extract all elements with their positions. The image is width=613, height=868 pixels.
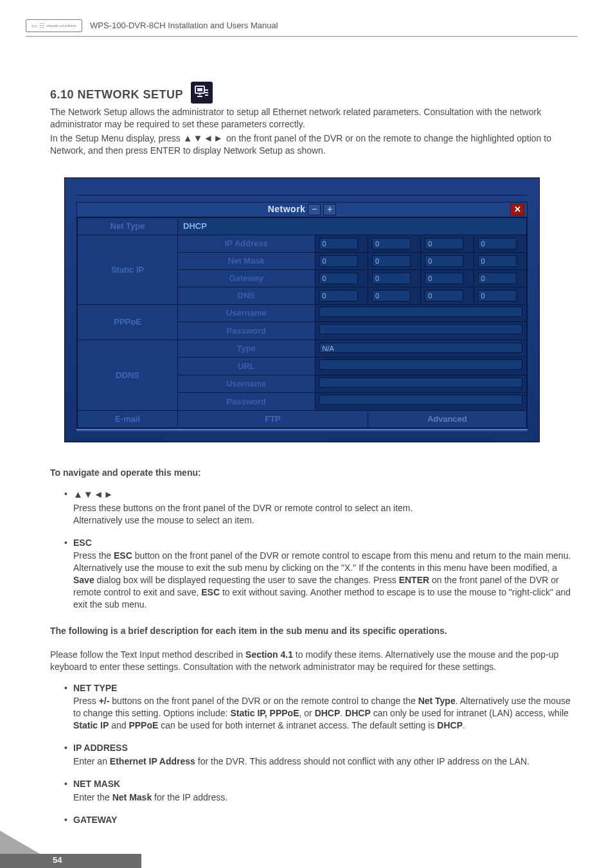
intro-p2: In the Setup Menu display, press ▲▼◄► on… — [50, 132, 578, 157]
brief-heading: The following is a brief description for… — [50, 625, 578, 637]
dns-octet-2[interactable]: 0 — [372, 290, 411, 302]
bullet-net-mask: NET MASK Enter the Net Mask for the IP a… — [64, 778, 578, 804]
ddns-url-label: URL — [178, 357, 315, 375]
dns-octet-4[interactable]: 0 — [478, 290, 517, 302]
pppoe-password-field[interactable] — [319, 324, 522, 334]
net-type-label: Net Type — [78, 217, 178, 235]
esc-title: ESC — [73, 538, 92, 548]
gateway-title: GATEWAY — [73, 815, 117, 825]
close-icon[interactable]: ✕ — [510, 204, 524, 215]
page-number: 54 — [53, 854, 62, 866]
advanced-button[interactable]: Advanced — [368, 410, 526, 428]
window-title: Network — [268, 203, 306, 215]
ftp-button[interactable]: FTP — [178, 410, 368, 428]
arrow-icons: ▲▼◄► — [183, 132, 224, 143]
window-titlebar: Network − + ✕ — [77, 203, 527, 217]
svg-rect-1 — [197, 88, 202, 91]
net-mask-desc: Enter the Net Mask for the IP address. — [73, 791, 578, 804]
bullet-esc: ESC Press the ESC button on the front pa… — [64, 537, 578, 611]
page-header: ▭☷wirepath surveillance WPS-100-DVR-8CH … — [26, 19, 578, 32]
ip-address-label: IP Address — [178, 235, 315, 252]
ddns-type-field[interactable]: N/A — [319, 343, 522, 353]
pppoe-username-field[interactable] — [319, 307, 522, 317]
brand-logo: ▭☷wirepath surveillance — [26, 19, 82, 32]
net-mask-octet-3[interactable]: 0 — [425, 255, 463, 267]
ip-address-octet-1[interactable]: 0 — [319, 238, 358, 249]
net-mask-octet-1[interactable]: 0 — [319, 255, 358, 267]
ip-address-title: IP ADDRESS — [73, 743, 128, 753]
ip-address-octet-3[interactable]: 0 — [425, 238, 463, 249]
bullet-arrows: ▲▼◄► Press these buttons on the front pa… — [64, 488, 578, 527]
ddns-password-label: Password — [178, 393, 315, 411]
gateway-octet-4[interactable]: 0 — [478, 273, 517, 284]
pppoe-label: PPPoE — [78, 304, 178, 339]
ddns-username-field[interactable] — [319, 377, 522, 388]
brief-intro: Please follow the Text Input method desc… — [50, 649, 578, 673]
ddns-password-field[interactable] — [319, 395, 522, 405]
arrow-desc-1: Press these buttons on the front panel o… — [73, 502, 578, 514]
ip-address-octet-2[interactable]: 0 — [372, 238, 411, 249]
header-divider — [26, 36, 578, 37]
intro-p1: The Network Setup allows the administrat… — [50, 106, 578, 131]
bullet-net-type: NET TYPE Press +/- buttons on the front … — [64, 682, 578, 732]
ddns-label: DDNS — [78, 340, 178, 411]
net-type-desc: Press +/- buttons on the front panel of … — [73, 695, 578, 732]
ddns-url-field[interactable] — [319, 359, 522, 370]
pppoe-username-label: Username — [178, 304, 315, 322]
intro-paragraphs: The Network Setup allows the administrat… — [50, 106, 578, 157]
bullet-gateway: GATEWAY — [64, 814, 578, 826]
window-plus-button[interactable]: + — [323, 204, 336, 215]
net-type-title: NET TYPE — [73, 683, 117, 693]
net-mask-octet-4[interactable]: 0 — [478, 255, 517, 267]
net-mask-title: NET MASK — [73, 779, 120, 789]
network-window: Network − + ✕ Net Type DHCP Static IP IP… — [76, 202, 528, 429]
network-setup-screenshot: Network − + ✕ Net Type DHCP Static IP IP… — [64, 177, 540, 442]
ip-address-desc: Enter an Ethernet IP Address for the DVR… — [73, 755, 578, 768]
gateway-label: Gateway — [178, 269, 315, 287]
dns-octet-1[interactable]: 0 — [319, 290, 358, 302]
window-minus-button[interactable]: − — [308, 204, 321, 215]
bullet-ip-address: IP ADDRESS Enter an Ethernet IP Address … — [64, 742, 578, 768]
dns-octet-3[interactable]: 0 — [425, 290, 463, 302]
navigate-heading: To navigate and operate this menu: — [50, 467, 578, 479]
net-type-value[interactable]: DHCP — [178, 217, 527, 235]
network-setup-icon — [191, 82, 213, 104]
esc-desc: Press the ESC button on the front panel … — [73, 550, 578, 610]
gateway-octet-1[interactable]: 0 — [319, 273, 358, 284]
arrow-desc-2: Alternatively use the mouse to select an… — [73, 514, 578, 527]
ddns-username-label: Username — [178, 375, 315, 393]
gateway-octet-2[interactable]: 0 — [372, 273, 411, 284]
dns-label: DNS — [178, 287, 315, 304]
net-mask-label: Net Mask — [178, 252, 315, 269]
net-mask-octet-2[interactable]: 0 — [372, 255, 411, 267]
page-footer: 54 — [0, 829, 167, 868]
section-heading: 6.10 NETWORK SETUP — [50, 87, 183, 102]
arrow-keys-icon: ▲▼◄► — [73, 489, 114, 500]
gateway-octet-3[interactable]: 0 — [425, 273, 463, 284]
ip-address-octet-4[interactable]: 0 — [478, 238, 517, 249]
static-ip-label: Static IP — [78, 235, 178, 304]
doc-title: WPS-100-DVR-8CH Installation and Users M… — [90, 20, 278, 32]
pppoe-password-label: Password — [178, 322, 315, 340]
ddns-type-label: Type — [178, 340, 315, 357]
email-button[interactable]: E-mail — [78, 410, 178, 428]
